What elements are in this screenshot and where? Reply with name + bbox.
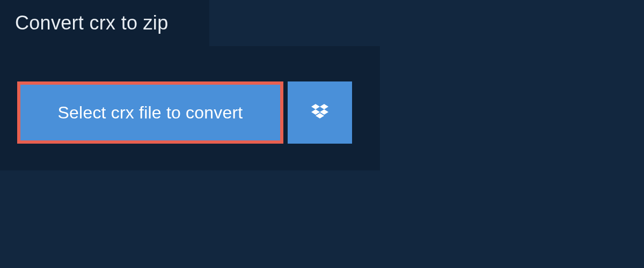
dropbox-icon [309,102,331,123]
select-file-button[interactable]: Select crx file to convert [17,81,283,144]
tab-convert[interactable]: Convert crx to zip [0,0,209,46]
select-file-button-label: Select crx file to convert [58,103,243,123]
action-button-row: Select crx file to convert [17,81,352,144]
dropbox-button[interactable] [288,81,352,144]
tab-label: Convert crx to zip [15,12,169,34]
